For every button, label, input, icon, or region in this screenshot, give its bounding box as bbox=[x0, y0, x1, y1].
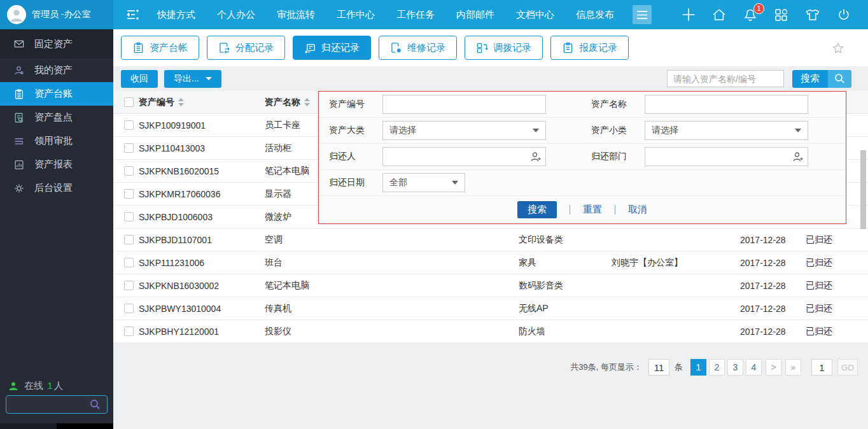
tab-allocation-records[interactable]: 分配记录 bbox=[207, 36, 285, 60]
add-icon[interactable] bbox=[682, 8, 696, 22]
page-button-4[interactable]: 4 bbox=[746, 359, 762, 376]
major-category-select[interactable]: 请选择 bbox=[382, 121, 546, 140]
major-category-label: 资产大类 bbox=[319, 125, 382, 136]
user-menu[interactable]: 管理员 -办公室 bbox=[0, 0, 113, 29]
next-page-button[interactable]: > bbox=[766, 359, 781, 376]
sidebar-item-fixed-assets[interactable]: 固定资产 bbox=[0, 29, 113, 59]
returner-field[interactable] bbox=[382, 147, 546, 166]
tab-asset-ledger[interactable]: 资产台帐 bbox=[121, 36, 199, 60]
topnav-item[interactable]: 个人办公 bbox=[206, 0, 266, 29]
row-checkbox[interactable] bbox=[124, 258, 134, 267]
page-button-3[interactable]: 3 bbox=[727, 359, 743, 376]
export-dropdown-button[interactable]: 导出... bbox=[164, 70, 221, 88]
asset-code-field[interactable] bbox=[382, 95, 546, 114]
logout-power-icon[interactable] bbox=[837, 8, 851, 22]
vertical-scrollbar[interactable] bbox=[860, 150, 866, 229]
page-button-2[interactable]: 2 bbox=[709, 359, 725, 376]
sidebar-item-asset-ledger[interactable]: 资产台账 bbox=[0, 82, 113, 106]
tab-transfer-records[interactable]: 调拨记录 bbox=[465, 36, 543, 60]
sidebar-item-requisition-approval[interactable]: 领用审批 bbox=[0, 129, 113, 153]
advanced-search-panel: 资产编号 资产名称 资产大类 请选择 资产小类 请选择 归还人 归还部门 归还日… bbox=[318, 91, 846, 224]
table-row[interactable]: SJKP111231006 班台 家具 刘晓宇【办公室】 2017-12-28 … bbox=[113, 251, 868, 274]
panel-search-button[interactable]: 搜索 bbox=[517, 201, 557, 218]
apps-grid-icon[interactable] bbox=[774, 8, 788, 22]
more-menu-button[interactable] bbox=[633, 5, 652, 24]
sidebar-item-asset-reports[interactable]: 资产报表 bbox=[0, 153, 113, 176]
page-size-input[interactable] bbox=[648, 359, 669, 376]
home-icon[interactable] bbox=[711, 8, 727, 22]
select-all-checkbox[interactable] bbox=[124, 97, 134, 107]
row-checkbox[interactable] bbox=[124, 304, 134, 313]
sidebar-item-asset-inventory[interactable]: 资产盘点 bbox=[0, 106, 113, 129]
tab-scrap-records[interactable]: 报废记录 bbox=[550, 36, 629, 60]
column-header-asset-name[interactable]: 资产名称 bbox=[265, 97, 300, 108]
page-button-1[interactable]: 1 bbox=[690, 359, 706, 376]
asset-name-field[interactable] bbox=[645, 95, 808, 114]
sidebar-item-backend-settings[interactable]: 后台设置 bbox=[0, 176, 113, 200]
row-checkbox[interactable] bbox=[124, 143, 134, 153]
topnav-item[interactable]: 工作任务 bbox=[386, 0, 445, 29]
returner-label: 归还人 bbox=[319, 151, 382, 162]
chevron-down-icon bbox=[533, 129, 539, 132]
topnav-item[interactable]: 工作中心 bbox=[326, 0, 386, 29]
panel-reset-button[interactable]: 重置 bbox=[583, 204, 602, 216]
return-dept-field[interactable] bbox=[645, 147, 808, 166]
panel-row-person-dept: 归还人 归还部门 bbox=[319, 144, 846, 170]
minor-category-select[interactable]: 请选择 bbox=[645, 121, 808, 140]
panel-cancel-button[interactable]: 取消 bbox=[628, 204, 647, 216]
table-row[interactable]: SJKPBWY13010004 传真机 无线AP 2017-12-28 已归还 bbox=[113, 297, 868, 320]
topnav-item[interactable]: 文档中心 bbox=[505, 0, 565, 29]
row-checkbox[interactable] bbox=[124, 327, 134, 336]
column-header-asset-code[interactable]: 资产编号 bbox=[139, 97, 174, 108]
table-row[interactable]: SJKPKNB16030002 笔记本电脑 数码影音类 2017-12-28 已… bbox=[113, 274, 868, 297]
return-date-select[interactable]: 全部 bbox=[382, 173, 465, 192]
sort-icon[interactable] bbox=[178, 98, 184, 106]
row-checkbox[interactable] bbox=[124, 235, 134, 244]
major-category-value: 请选择 bbox=[389, 125, 416, 136]
sidebar-item-label: 资产盘点 bbox=[34, 111, 73, 123]
sidebar-search-input[interactable] bbox=[6, 395, 108, 414]
row-checkbox[interactable] bbox=[124, 166, 134, 176]
sort-icon[interactable] bbox=[304, 98, 310, 106]
topnav-item[interactable]: 快捷方式 bbox=[146, 0, 206, 29]
notifications-bell-icon[interactable]: 1 bbox=[743, 8, 758, 22]
sidebar-item-my-assets[interactable]: 我的资产 bbox=[0, 59, 113, 82]
toolbar-search-group: 搜索 bbox=[667, 70, 860, 88]
top-navigation: 快捷方式个人办公审批流转工作中心工作任务内部邮件文档中心信息发布 1 bbox=[113, 0, 868, 29]
menu-collapse-icon[interactable] bbox=[126, 8, 140, 21]
chevron-down-icon bbox=[452, 181, 458, 185]
row-checkbox[interactable] bbox=[124, 281, 134, 290]
recall-button[interactable]: 收回 bbox=[121, 70, 158, 88]
tab-return-records[interactable]: 归还记录 bbox=[293, 36, 371, 60]
topnav-item[interactable]: 内部邮件 bbox=[445, 0, 505, 29]
search-button[interactable]: 搜索 bbox=[792, 70, 828, 88]
asset-search-input[interactable] bbox=[667, 70, 784, 87]
cell-category: 防火墙 bbox=[519, 326, 612, 337]
page-size-unit: 条 bbox=[675, 362, 683, 373]
cell-asset-name: 空调 bbox=[265, 234, 519, 246]
gear-icon bbox=[13, 183, 25, 194]
search-icon-button[interactable] bbox=[828, 70, 851, 88]
person-add-icon[interactable] bbox=[793, 151, 804, 162]
theme-shirt-icon[interactable] bbox=[804, 8, 821, 22]
row-checkbox[interactable] bbox=[124, 189, 134, 199]
last-page-button[interactable]: » bbox=[785, 359, 801, 376]
cell-asset-code: SJKPKNB16030002 bbox=[139, 281, 265, 291]
return-date-label: 归还日期 bbox=[319, 177, 382, 188]
row-checkbox[interactable] bbox=[124, 120, 134, 130]
table-row[interactable]: SJKPBHY12120001 投影仪 防火墙 2017-12-28 已归还 bbox=[113, 320, 868, 343]
table-row[interactable]: SJKPBJD1107001 空调 文印设备类 2017-12-28 已归还 bbox=[113, 229, 868, 251]
row-checkbox[interactable] bbox=[124, 212, 134, 222]
favorite-star-icon[interactable] bbox=[832, 43, 844, 53]
topbar-icons: 1 bbox=[682, 8, 868, 22]
tab-repair-records[interactable]: 维修记录 bbox=[379, 36, 457, 60]
tab-label: 维修记录 bbox=[407, 42, 445, 54]
person-add-icon[interactable] bbox=[531, 151, 542, 162]
goto-page-input[interactable] bbox=[811, 359, 832, 376]
tab-label: 报废记录 bbox=[579, 42, 617, 54]
topnav-item[interactable]: 信息发布 bbox=[565, 0, 625, 29]
panel-row-categories: 资产大类 请选择 资产小类 请选择 bbox=[319, 118, 846, 144]
envelope-icon bbox=[13, 38, 25, 50]
topnav-item[interactable]: 审批流转 bbox=[266, 0, 326, 29]
go-button[interactable]: GO bbox=[837, 359, 858, 376]
